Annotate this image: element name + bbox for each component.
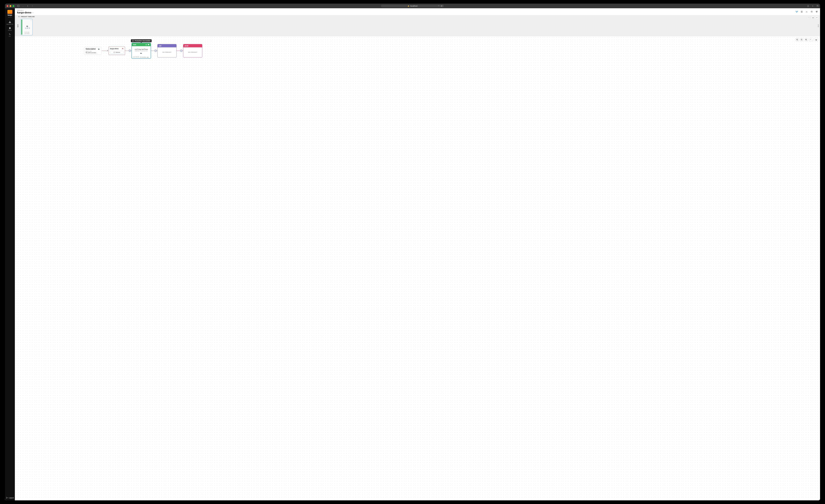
no-freight-label: NO FREIGHT <box>188 52 197 53</box>
zoom-in-button[interactable] <box>796 38 799 41</box>
svg-rect-35 <box>27 26 27 26</box>
header-actions <box>796 11 818 13</box>
logout-icon <box>6 497 8 499</box>
new-tab-icon[interactable] <box>812 5 814 7</box>
freight-card-menu-icon[interactable]: ⋮ <box>30 19 32 21</box>
promote-target[interactable] <box>129 50 131 52</box>
app-window: ⌄ 🔒 localhost ᴳᴬ <box>5 4 820 500</box>
reload-icon[interactable] <box>441 5 443 7</box>
share-icon[interactable] <box>807 5 809 7</box>
svg-point-15 <box>796 11 797 11</box>
repo-url-label: REPO URL <box>86 51 100 52</box>
timeline-collapse-button[interactable]: ▤ <box>812 16 814 19</box>
svg-rect-52 <box>98 49 98 49</box>
pipeline-canvas[interactable]: ↗⌄ Subscription <box>15 36 820 500</box>
connector <box>176 51 180 51</box>
project-label: PROJECT <box>17 10 33 11</box>
svg-point-16 <box>797 11 798 11</box>
svg-rect-36 <box>27 26 27 26</box>
last-promo-value: 10 minutes ago <box>140 57 149 58</box>
warehouse-node[interactable]: kargo-demo Refresh <box>108 47 125 55</box>
svg-rect-34 <box>26 26 27 26</box>
svg-line-55 <box>86 52 87 53</box>
logout-button[interactable]: Logout <box>5 497 15 499</box>
refresh-button[interactable]: Refresh <box>110 51 124 54</box>
history-icon[interactable] <box>811 11 813 13</box>
url-bar[interactable]: 🔒 localhost ᴳᴬ <box>381 5 444 7</box>
page-header: PROJECT kargo-demo ⌄ <box>15 8 820 15</box>
last-promo-label: LAST PROMO: <box>133 57 140 58</box>
svg-point-33 <box>19 17 19 17</box>
svg-rect-51 <box>816 40 817 40</box>
product-name: kargo <box>8 14 12 16</box>
tabs-icon[interactable] <box>816 5 818 7</box>
nav-projects[interactable]: PROJECTS <box>6 20 14 26</box>
stage-test[interactable]: Promotion Succeeded test <box>132 43 151 58</box>
svg-rect-49 <box>815 40 816 40</box>
minimize-window-button[interactable] <box>10 5 11 7</box>
maximize-window-button[interactable] <box>12 5 14 7</box>
pipeline-view-icon[interactable] <box>796 11 798 13</box>
kargo-logo-icon <box>7 10 12 14</box>
stage-prod[interactable]: prod NO FREIGHT <box>183 44 202 57</box>
toggle-images-button[interactable] <box>814 38 818 41</box>
stage-name: prod <box>184 45 188 47</box>
chevron-down-icon[interactable]: ⌄ <box>22 5 24 7</box>
timeline-icon <box>18 16 20 17</box>
main-content: PROJECT kargo-demo ⌄ <box>15 8 820 500</box>
promote-target[interactable] <box>180 50 182 52</box>
nav-forward-icon[interactable] <box>31 5 33 7</box>
nav-docs[interactable]: DOCS <box>6 26 14 32</box>
docker-icon <box>98 48 100 50</box>
freight-version: 1.27.2 <box>25 27 30 29</box>
nav-cli[interactable]: CLI <box>6 32 14 38</box>
heart-icon <box>148 44 149 46</box>
list-view-icon[interactable] <box>801 11 803 13</box>
freight-card[interactable]: ⋮ 1.27.2 roiling-buffoon <box>21 19 32 35</box>
subscription-node[interactable]: Subscription REPO URL public.ecr.a <box>84 47 102 55</box>
logout-label: Logout <box>9 497 14 499</box>
no-freight-label: NO FREIGHT <box>162 52 171 53</box>
timeline-expand-button[interactable]: ⛶ <box>808 16 811 19</box>
nav-back-icon[interactable] <box>26 5 29 7</box>
pipeline-graph: Subscription REPO URL public.ecr.a <box>84 43 202 58</box>
repo-url-link[interactable]: public.ecr.aws/… <box>86 52 100 54</box>
svg-rect-6 <box>9 22 10 23</box>
tooltip-text: Promotion Succeeded <box>135 40 150 42</box>
settings-icon[interactable] <box>815 11 818 13</box>
connector <box>125 51 129 51</box>
svg-line-47 <box>807 40 807 40</box>
svg-rect-53 <box>98 49 99 49</box>
product-logo[interactable]: kargo <box>7 10 13 16</box>
zoom-out-button[interactable] <box>800 38 803 41</box>
svg-rect-50 <box>816 40 816 40</box>
promote-target[interactable] <box>154 50 157 52</box>
svg-rect-37 <box>27 25 27 26</box>
freight-status-stripe <box>21 19 22 34</box>
stage-freight-name: roiling-buffoon <box>135 49 148 50</box>
sidebar-toggle-icon[interactable] <box>17 5 20 7</box>
project-selector[interactable]: kargo-demo ⌄ <box>17 11 33 14</box>
svg-point-30 <box>817 11 817 11</box>
analytics-icon[interactable] <box>806 11 808 13</box>
promotion-tooltip: Promotion Succeeded <box>131 39 152 42</box>
zoom-level-dropdown[interactable]: ↗⌄ <box>809 38 814 41</box>
svg-point-17 <box>797 12 797 12</box>
timeline-filter-button[interactable]: ✕ <box>815 16 818 19</box>
stage-uat[interactable]: uat NO FREIGHT <box>157 44 176 57</box>
freight-name: roiling-buffoon <box>22 31 32 34</box>
svg-rect-9 <box>9 21 10 22</box>
svg-rect-5 <box>817 5 818 7</box>
projects-icon <box>9 21 11 23</box>
titlebar: ⌄ 🔒 localhost ᴳᴬ <box>5 4 820 8</box>
subscription-title: Subscription <box>86 48 96 50</box>
visibility-toggle[interactable] <box>106 50 108 52</box>
svg-line-40 <box>798 40 798 40</box>
docs-icon <box>9 27 11 29</box>
timeline-new-label: NEW <box>17 24 19 27</box>
close-window-button[interactable] <box>7 5 8 7</box>
fit-view-button[interactable] <box>804 38 808 41</box>
reader-icon[interactable]: ᴳᴬ <box>438 5 439 7</box>
connector <box>151 51 154 51</box>
svg-rect-8 <box>10 22 11 23</box>
